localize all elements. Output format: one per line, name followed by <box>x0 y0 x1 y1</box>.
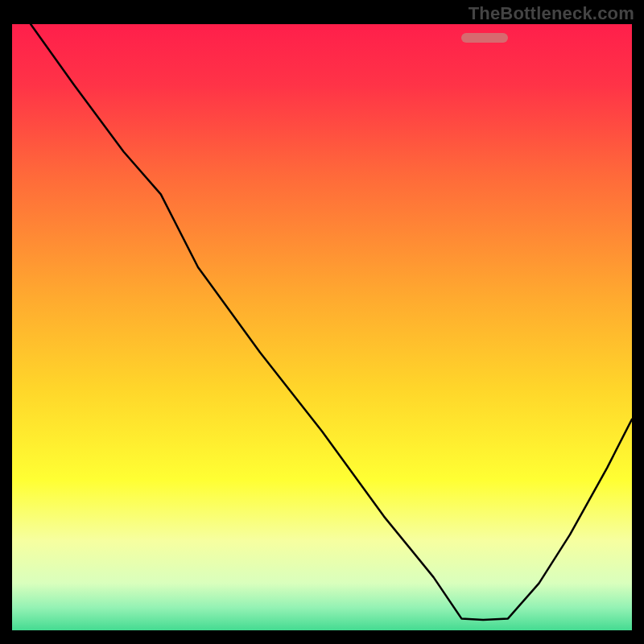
watermark-text: TheBottleneck.com <box>469 3 634 24</box>
gradient-background <box>12 24 632 632</box>
chart-frame: TheBottleneck.com <box>0 0 644 644</box>
optimal-range-marker <box>461 33 508 43</box>
chart-svg <box>12 24 632 632</box>
plot-area <box>12 24 632 632</box>
